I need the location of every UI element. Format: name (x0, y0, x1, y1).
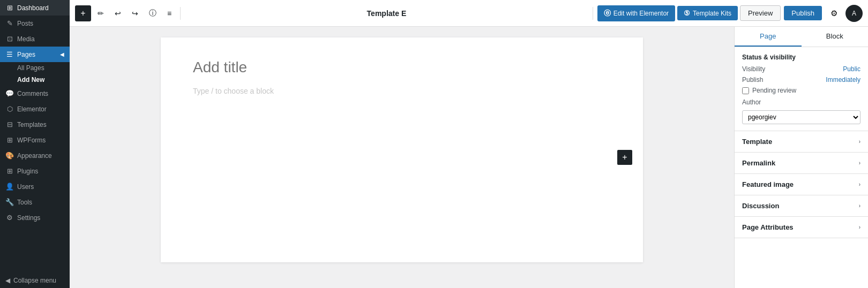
sidebar-item-comments[interactable]: 💬 Comments (0, 86, 70, 101)
sidebar-item-settings[interactable]: ⚙ Settings (0, 210, 70, 225)
sidebar-item-label: Comments (17, 90, 48, 97)
sidebar-item-users[interactable]: 👤 Users (0, 179, 70, 194)
undo-button[interactable]: ↩ (110, 6, 125, 21)
visibility-row: Visibility Public (742, 65, 860, 73)
sidebar-item-wpforms[interactable]: ⊞ WPForms (0, 132, 70, 148)
visibility-value[interactable]: Public (843, 65, 860, 73)
page-canvas: Type / to choose a block + (161, 37, 643, 262)
sidebar-item-label: WPForms (17, 137, 46, 144)
sidebar-item-label: Tools (17, 199, 32, 206)
sidebar-sub-all-pages[interactable]: All Pages (0, 62, 70, 74)
wpforms-icon: ⊞ (5, 136, 14, 144)
page-title: Template E (185, 9, 588, 18)
gear-icon: ⚙ (830, 9, 837, 18)
discussion-chevron-icon: › (859, 203, 860, 209)
elementor-e-icon: ⓔ (604, 9, 611, 18)
page-attributes-chevron-icon: › (859, 224, 860, 230)
discussion-label: Discussion (742, 202, 779, 210)
template-label: Template (742, 138, 772, 146)
publish-label: Publish (742, 76, 763, 84)
toolbar-separator-2 (593, 7, 593, 20)
author-label: Author (742, 98, 860, 106)
sidebar: ⊞ Dashboard ✎ Posts ⊡ Media ☰ Pages ◀ Al… (0, 0, 70, 288)
panel-tabs: Page Block (735, 27, 868, 47)
toolbar-right: Preview Publish ⚙ A (740, 5, 863, 22)
settings-gear-button[interactable]: ⚙ (825, 5, 842, 22)
media-icon: ⊡ (5, 35, 14, 43)
right-panel: Page Block Status & visibility Visibilit… (734, 27, 868, 288)
sidebar-item-label: Pages (17, 51, 35, 58)
publish-value[interactable]: Immediately (826, 76, 860, 84)
template-kits-icon: ⑤ (684, 9, 690, 17)
page-attributes-collapsible[interactable]: Page Attributes › (735, 217, 868, 238)
sidebar-item-label: Plugins (17, 168, 38, 175)
tab-block[interactable]: Block (802, 27, 869, 47)
avatar-button[interactable]: A (845, 5, 863, 22)
sidebar-item-media[interactable]: ⊡ Media (0, 31, 70, 47)
tab-page[interactable]: Page (735, 27, 802, 47)
collapse-menu-button[interactable]: ◀ Collapse menu (0, 273, 70, 288)
templates-icon: ⊟ (5, 120, 14, 128)
comments-icon: 💬 (5, 89, 14, 97)
sidebar-item-plugins[interactable]: ⊞ Plugins (0, 163, 70, 179)
sidebar-item-templates[interactable]: ⊟ Templates (0, 117, 70, 132)
toolbar: + ✏ ↩ ↪ ⓘ ≡ Template E ⓔ Edit with Eleme… (70, 0, 868, 27)
preview-button[interactable]: Preview (740, 5, 781, 21)
featured-image-chevron-icon: › (859, 181, 860, 187)
sidebar-item-label: Media (17, 35, 35, 43)
avatar-icon: A (852, 10, 856, 17)
discussion-collapsible[interactable]: Discussion › (735, 195, 868, 217)
plugins-icon: ⊞ (5, 167, 14, 175)
publish-button[interactable]: Publish (784, 6, 822, 20)
editor-body: Type / to choose a block + Page Block St… (70, 27, 868, 288)
template-collapsible[interactable]: Template › (735, 131, 868, 153)
info-button[interactable]: ⓘ (145, 5, 161, 21)
list-view-button[interactable]: ≡ (163, 6, 176, 21)
users-icon: 👤 (5, 183, 14, 191)
sidebar-item-dashboard[interactable]: ⊞ Dashboard (0, 0, 70, 16)
page-title-input[interactable] (193, 59, 611, 76)
pen-button[interactable]: ✏ (93, 6, 108, 21)
pages-arrow-icon: ◀ (60, 51, 64, 57)
author-section: Author pgeorgiev (742, 98, 860, 124)
posts-icon: ✎ (5, 19, 14, 27)
template-kits-label: Template Kits (693, 10, 731, 17)
page-attributes-label: Page Attributes (742, 223, 794, 231)
sidebar-item-posts[interactable]: ✎ Posts (0, 16, 70, 31)
sidebar-item-appearance[interactable]: 🎨 Appearance (0, 148, 70, 163)
redo-icon: ↪ (132, 9, 138, 18)
settings-icon: ⚙ (5, 214, 14, 222)
add-block-canvas-button[interactable]: + (617, 150, 632, 165)
sidebar-item-tools[interactable]: 🔧 Tools (0, 194, 70, 210)
publish-row: Publish Immediately (742, 76, 860, 84)
sidebar-item-pages[interactable]: ☰ Pages ◀ (0, 47, 70, 62)
permalink-collapsible[interactable]: Permalink › (735, 153, 868, 174)
collapse-icon: ◀ (5, 277, 10, 284)
featured-image-label: Featured image (742, 180, 794, 188)
main-content: + ✏ ↩ ↪ ⓘ ≡ Template E ⓔ Edit with Eleme… (70, 0, 868, 288)
pending-review-label: Pending review (752, 87, 796, 94)
sidebar-item-label: Templates (17, 121, 47, 128)
appearance-icon: 🎨 (5, 151, 14, 160)
sidebar-item-elementor[interactable]: ⬡ Elementor (0, 101, 70, 117)
elementor-icon: ⬡ (5, 105, 14, 113)
status-visibility-section: Status & visibility Visibility Public Pu… (735, 47, 868, 131)
sidebar-item-label: Appearance (17, 152, 52, 160)
edit-with-elementor-button[interactable]: ⓔ Edit with Elementor (597, 5, 675, 21)
permalink-chevron-icon: › (859, 160, 860, 166)
template-kits-button[interactable]: ⑤ Template Kits (677, 6, 738, 20)
sidebar-item-label: Dashboard (17, 4, 49, 12)
sidebar-sub-add-new[interactable]: Add New (0, 74, 70, 86)
template-chevron-icon: › (859, 139, 860, 145)
edit-elementor-label: Edit with Elementor (613, 10, 669, 17)
pending-review-checkbox[interactable] (742, 87, 749, 94)
pen-icon: ✏ (98, 9, 104, 18)
author-select[interactable]: pgeorgiev (742, 110, 860, 124)
pending-review-row: Pending review (742, 87, 860, 94)
add-block-toolbar-button[interactable]: + (75, 5, 91, 21)
featured-image-collapsible[interactable]: Featured image › (735, 174, 868, 195)
redo-button[interactable]: ↪ (128, 6, 143, 21)
toolbar-separator (180, 7, 181, 20)
collapse-label: Collapse menu (13, 277, 56, 284)
list-icon: ≡ (167, 9, 171, 18)
